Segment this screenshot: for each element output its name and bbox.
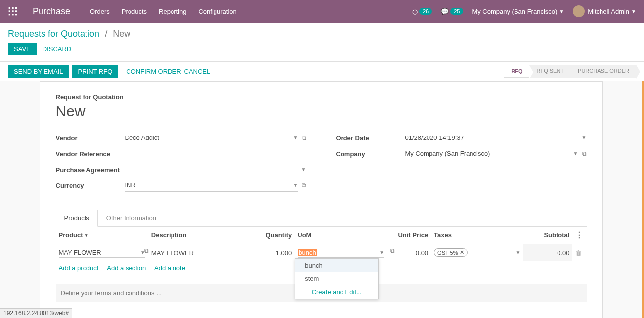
tax-tag[interactable]: GST 5% ✕ <box>434 248 468 257</box>
uom-create-edit[interactable]: Create and Edit... <box>295 285 378 299</box>
uom-option-bunch[interactable]: bunch <box>295 259 378 272</box>
status-stage-purchase-order[interactable]: PURCHASE ORDER <box>571 65 636 78</box>
sheet-subtitle: Request for Quotation <box>56 93 587 101</box>
caret-down-icon: ▼ <box>515 250 520 255</box>
external-link-icon[interactable]: ⧉ <box>144 247 149 254</box>
table-row: MAY FLOWER▼ ⧉ MAY FLOWER 1.000 bunch ▼ ⧉ <box>56 244 587 262</box>
print-rfq-button[interactable]: PRINT RFQ <box>72 65 118 78</box>
svg-rect-1 <box>12 7 13 9</box>
svg-rect-5 <box>15 10 17 12</box>
nav-orders[interactable]: Orders <box>90 8 110 15</box>
tabs: Products Other Information <box>56 210 587 227</box>
col-unit-price[interactable]: Unit Price <box>387 227 431 244</box>
caret-down-icon: ▼ <box>379 250 384 255</box>
kebab-menu-icon[interactable]: ⋮ <box>575 231 583 239</box>
uom-dropdown: bunch stem Create and Edit... <box>295 258 379 299</box>
sort-desc-icon: ▼ <box>84 233 89 238</box>
caret-down-icon: ▼ <box>573 151 578 156</box>
description-cell[interactable]: MAY FLOWER <box>151 249 194 257</box>
svg-rect-8 <box>15 14 17 15</box>
activity-indicator[interactable]: ◴ 26 <box>412 8 432 15</box>
activity-count: 26 <box>419 8 432 15</box>
caret-down-icon: ▼ <box>631 9 636 14</box>
vendor-ref-label: Vendor Reference <box>56 150 125 158</box>
vendor-ref-field[interactable] <box>125 147 306 160</box>
uom-cell[interactable]: bunch ▼ <box>298 248 384 258</box>
messages-count: 25 <box>450 8 463 15</box>
svg-rect-7 <box>12 14 13 15</box>
discard-button[interactable]: DISCARD <box>43 45 72 53</box>
confirm-order-button[interactable]: CONFIRM ORDER <box>126 68 181 75</box>
currency-field[interactable]: INR▼ <box>125 179 298 192</box>
external-link-icon[interactable]: ⧉ <box>302 135 306 141</box>
add-product-link[interactable]: Add a product <box>59 264 99 272</box>
add-section-link[interactable]: Add a section <box>107 264 146 272</box>
messages-indicator[interactable]: 💬 25 <box>441 8 463 15</box>
tab-products[interactable]: Products <box>56 210 98 227</box>
form-sheet: Request for Quotation New Vendor Deco Ad… <box>40 81 603 318</box>
status-stage-rfq-sent[interactable]: RFQ SENT <box>529 65 571 78</box>
control-panel: Requests for Quotation / New SAVE DISCAR… <box>0 23 644 62</box>
status-stage-rfq[interactable]: RFQ <box>504 65 529 78</box>
tab-other-information[interactable]: Other Information <box>98 210 165 226</box>
col-product[interactable]: Product▼ <box>56 227 148 244</box>
taxes-cell[interactable]: GST 5% ✕ ▼ <box>434 247 520 258</box>
remove-tag-icon[interactable]: ✕ <box>460 249 464 256</box>
subtotal-cell: 0.00 <box>523 244 572 262</box>
col-subtotal[interactable]: Subtotal <box>523 227 572 244</box>
add-note-link[interactable]: Add a note <box>154 264 185 272</box>
nav-reporting[interactable]: Reporting <box>159 8 186 15</box>
trash-icon[interactable]: 🗑 <box>575 249 582 257</box>
svg-rect-0 <box>9 7 10 9</box>
external-link-icon[interactable]: ⧉ <box>302 182 306 189</box>
breadcrumb-root[interactable]: Requests for Quotation <box>8 29 99 39</box>
app-title[interactable]: Purchase <box>33 6 70 17</box>
company-label: Company <box>336 150 405 158</box>
svg-rect-6 <box>9 14 10 15</box>
company-switcher[interactable]: My Company (San Francisco)▼ <box>472 8 564 15</box>
avatar <box>573 5 585 17</box>
vendor-label: Vendor <box>56 135 125 142</box>
breadcrumb-current: New <box>113 29 130 39</box>
col-description[interactable]: Description <box>148 227 256 244</box>
action-bar: SEND BY EMAIL PRINT RFQ CONFIRM ORDER CA… <box>0 62 644 81</box>
vendor-field[interactable]: Deco Addict▼ <box>125 132 298 144</box>
save-button[interactable]: SAVE <box>8 43 37 55</box>
uom-selected-text: bunch <box>298 249 317 256</box>
agreement-label: Purchase Agreement <box>56 166 125 174</box>
nav-products[interactable]: Products <box>122 8 147 15</box>
status-url: 192.168.2.24:8013/web# <box>0 308 72 318</box>
col-quantity[interactable]: Quantity <box>256 227 295 244</box>
uom-option-stem[interactable]: stem <box>295 272 378 285</box>
cancel-button[interactable]: CANCEL <box>184 68 211 75</box>
product-cell[interactable]: MAY FLOWER▼ <box>59 248 145 258</box>
caret-down-icon: ▼ <box>301 167 306 172</box>
nav-configuration[interactable]: Configuration <box>198 8 236 15</box>
col-uom[interactable]: UoM <box>295 227 387 244</box>
send-by-email-button[interactable]: SEND BY EMAIL <box>8 65 69 78</box>
caret-down-icon: ▼ <box>293 182 298 188</box>
apps-icon[interactable] <box>8 6 18 16</box>
clock-icon: ◴ <box>412 8 418 15</box>
agreement-field[interactable]: ▼ <box>125 163 306 176</box>
page-title: New <box>56 103 587 120</box>
order-date-field[interactable]: 01/28/2020 14:19:37▼ <box>405 132 587 144</box>
caret-down-icon: ▼ <box>559 9 564 14</box>
chat-icon: 💬 <box>441 8 449 15</box>
col-taxes[interactable]: Taxes <box>431 227 523 244</box>
svg-rect-3 <box>9 10 10 12</box>
external-link-icon[interactable]: ⧉ <box>582 150 587 157</box>
external-link-icon[interactable]: ⧉ <box>390 247 395 254</box>
breadcrumb: Requests for Quotation / New <box>8 29 636 39</box>
user-menu[interactable]: Mitchell Admin▼ <box>573 5 636 17</box>
order-date-label: Order Date <box>336 135 405 142</box>
company-field[interactable]: My Company (San Francisco)▼ <box>405 147 578 160</box>
top-nav: Purchase Orders Products Reporting Confi… <box>0 0 644 23</box>
status-bar: RFQ RFQ SENT PURCHASE ORDER <box>504 65 636 78</box>
caret-down-icon: ▼ <box>293 135 298 140</box>
svg-rect-4 <box>12 10 13 12</box>
quantity-cell[interactable]: 1.000 <box>256 244 295 262</box>
breadcrumb-separator: / <box>105 29 107 39</box>
caret-down-icon: ▼ <box>582 135 587 140</box>
svg-rect-2 <box>15 7 17 9</box>
